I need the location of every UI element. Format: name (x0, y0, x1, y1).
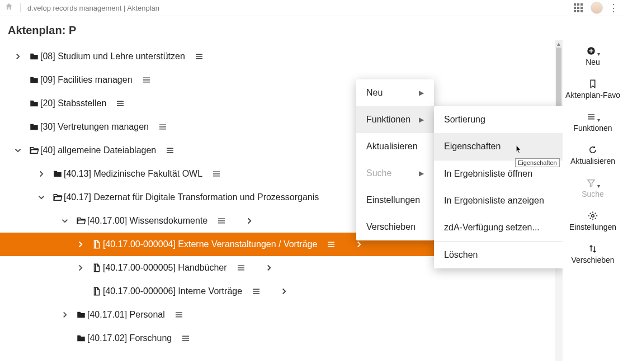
add-icon: ▾ (563, 46, 623, 58)
menu-item-label: Aktualisieren (366, 141, 418, 152)
menu-item-einstellungen[interactable]: Einstellungen (356, 187, 434, 214)
sidebar-item-suche[interactable]: ▾Suche (563, 178, 623, 198)
row-open-icon[interactable] (263, 263, 275, 273)
row-menu-icon[interactable] (215, 216, 228, 226)
menu-item-in-ergebnisliste-anzeigen[interactable]: In Ergebnisliste anzeigen (434, 187, 563, 214)
menu-item-label: Verschieben (366, 222, 416, 232)
folder-icon (28, 75, 40, 85)
menu-item-label: zdA-Verfügung setzen... (444, 223, 540, 233)
tree-row-label: [40.17] Dezernat für Digitale Transforma… (64, 192, 319, 202)
sidebar-item-label: Verschieben (563, 256, 623, 264)
sidebar-item-label: Funktionen (563, 124, 623, 133)
tree-row-label: [40.13] Medizinische Fakultät OWL (64, 169, 202, 179)
refresh-icon (563, 145, 623, 157)
sidebar-item-verschieben[interactable]: Verschieben (563, 244, 623, 264)
row-menu-icon[interactable] (114, 98, 126, 108)
menu-item-eigenschaften[interactable]: Eigenschaften (434, 133, 563, 160)
folder-icon (75, 310, 87, 320)
funnel-icon: ▾ (563, 178, 623, 190)
avatar[interactable] (591, 2, 603, 14)
row-open-icon[interactable] (353, 239, 365, 249)
folder-icon (75, 333, 87, 343)
tree-row[interactable]: [40.17.00-000006] Interne Vorträge (0, 280, 563, 303)
scroll-up-icon[interactable]: ▲ (555, 40, 563, 48)
row-menu-icon[interactable] (235, 263, 247, 273)
page-title: Aktenplan: P (0, 16, 623, 40)
sidebar-item-neu[interactable]: ▾Neu (563, 46, 623, 67)
submenu-arrow-icon: ▶ (419, 89, 424, 97)
tree-row-label: [40.17.01] Personal (87, 310, 165, 320)
row-menu-icon[interactable] (193, 51, 205, 62)
collapse-icon[interactable] (55, 216, 75, 226)
tooltip: Eigenschaften (515, 158, 560, 167)
row-menu-icon[interactable] (164, 145, 176, 155)
row-open-icon[interactable] (278, 286, 290, 296)
menu-item-verschieben[interactable]: Verschieben (356, 214, 434, 240)
lines-icon: ▾ (563, 112, 623, 124)
row-menu-icon[interactable] (250, 286, 262, 296)
menu-item-l-schen[interactable]: Löschen (434, 242, 563, 268)
folder-icon (28, 122, 40, 132)
menu-item-label: Sortierung (444, 115, 485, 125)
menu-item-zda-verf-gung-setzen-[interactable]: zdA-Verfügung setzen... (434, 214, 563, 241)
menu-item-suche: Suche▶ (356, 160, 434, 187)
menu-item-label: Löschen (444, 250, 478, 260)
collapse-icon[interactable] (8, 145, 28, 155)
row-menu-icon[interactable] (157, 122, 169, 132)
chevron-down-icon: ▾ (597, 51, 600, 57)
sidebar-item-funktionen[interactable]: ▾Funktionen (563, 112, 623, 133)
context-menu-sub: SortierungEigenschaftenIn Ergebnisliste … (434, 106, 563, 268)
more-vert-icon[interactable]: ⋮ (608, 2, 619, 14)
apps-grid-icon[interactable] (574, 3, 583, 12)
menu-item-label: In Ergebnisliste anzeigen (444, 196, 544, 206)
divider (20, 3, 21, 12)
folder-icon (51, 169, 64, 179)
menu-item-neu[interactable]: Neu▶ (356, 79, 434, 106)
sidebar-item-aktenplan-favo[interactable]: Aktenplan-Favo (563, 79, 623, 100)
expand-icon[interactable] (70, 263, 91, 273)
menu-item-label: Eigenschaften (444, 141, 501, 152)
folder-icon (28, 51, 40, 62)
menu-item-aktualisieren[interactable]: Aktualisieren (356, 133, 434, 160)
menu-item-funktionen[interactable]: Funktionen▶ (356, 106, 434, 133)
svg-point-1 (592, 215, 594, 218)
right-sidebar: ▾NeuAktenplan-Favo▾FunktionenAktualisier… (563, 40, 623, 361)
tree-row-label: [40.17.02] Forschung (87, 333, 172, 343)
row-menu-icon[interactable] (173, 310, 185, 320)
sidebar-item-label: Aktualisieren (563, 157, 623, 166)
tree-row[interactable]: [40.17.02] Forschung (0, 327, 563, 350)
row-menu-icon[interactable] (210, 169, 223, 179)
folder-open-icon (75, 216, 87, 226)
row-menu-icon[interactable] (180, 333, 192, 343)
menu-item-label: Neu (366, 88, 383, 98)
expand-icon[interactable] (31, 169, 51, 179)
sidebar-item-aktualisieren[interactable]: Aktualisieren (563, 145, 623, 166)
sidebar-item-einstellungen[interactable]: Einstellungen (563, 211, 623, 231)
chevron-down-icon: ▾ (597, 117, 600, 123)
cursor-icon (513, 143, 523, 155)
expand-icon[interactable] (55, 310, 75, 320)
breadcrumb-title: d.velop records management | Aktenplan (27, 4, 159, 12)
sidebar-item-label: Einstellungen (563, 223, 623, 231)
tree-row[interactable]: [08] Studium und Lehre unterstützen (0, 45, 563, 68)
folder-icon (28, 98, 40, 108)
sidebar-item-label: Aktenplan-Favo (563, 91, 623, 100)
submenu-arrow-icon: ▶ (419, 116, 424, 124)
tree-row-label: [40.17.00-000005] Handbücher (103, 263, 227, 273)
tree-row[interactable]: [09] Facilities managen (0, 68, 563, 92)
menu-item-label: Suche (366, 168, 391, 178)
folder-open-icon (51, 192, 64, 202)
chevron-down-icon: ▾ (597, 183, 600, 189)
tree-row[interactable]: [07] Einkaufen (0, 40, 563, 45)
tree-row[interactable]: [40.17.01] Personal (0, 303, 563, 327)
collapse-icon[interactable] (31, 192, 51, 202)
expand-icon[interactable] (70, 239, 91, 249)
row-menu-icon[interactable] (325, 239, 337, 249)
row-open-icon[interactable] (243, 216, 256, 226)
menu-item-sortierung[interactable]: Sortierung (434, 106, 563, 133)
tree-row-label: [20] Stabsstellen (40, 98, 106, 108)
home-icon[interactable] (4, 2, 13, 13)
expand-icon[interactable] (8, 51, 28, 62)
row-menu-icon[interactable] (140, 75, 153, 85)
submenu-arrow-icon: ▶ (419, 169, 424, 177)
